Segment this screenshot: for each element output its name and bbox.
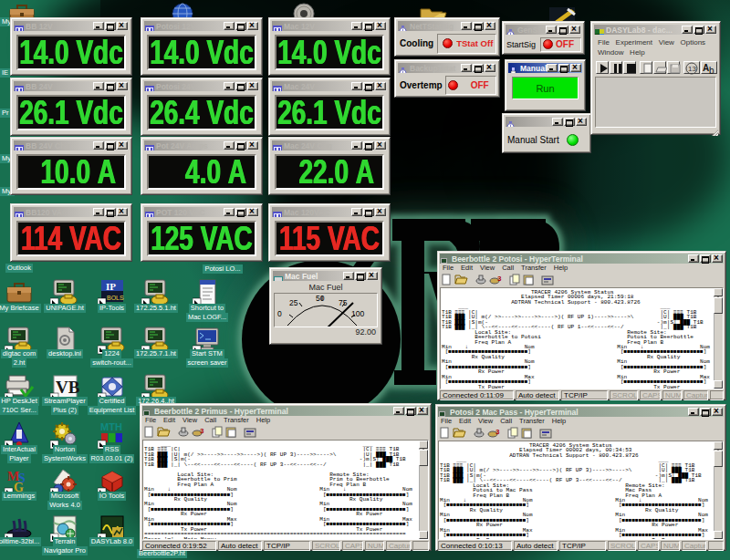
svg-text:3: 3 bbox=[495, 428, 500, 436]
svg-text:75: 75 bbox=[339, 298, 348, 307]
svg-text:0: 0 bbox=[277, 309, 282, 318]
svg-text:IP: IP bbox=[106, 281, 116, 292]
svg-text:3: 3 bbox=[497, 275, 502, 283]
svg-text:13: 13 bbox=[688, 65, 696, 73]
svg-text:25: 25 bbox=[289, 298, 298, 307]
svg-text:b: b bbox=[709, 66, 714, 75]
svg-text:VB: VB bbox=[56, 378, 79, 397]
svg-text:3: 3 bbox=[200, 427, 204, 435]
svg-text:50: 50 bbox=[316, 294, 325, 303]
svg-text:BOLS: BOLS bbox=[107, 295, 124, 301]
svg-text:MTH: MTH bbox=[100, 421, 122, 432]
svg-text:100: 100 bbox=[351, 309, 364, 318]
